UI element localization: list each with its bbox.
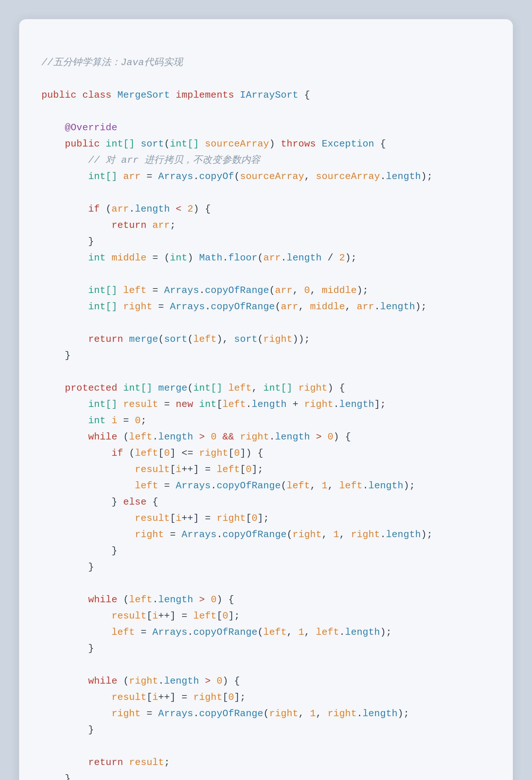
interface-iarraysort: IArraySort: [240, 90, 298, 101]
keyword-protected: protected: [65, 383, 117, 393]
type-int-array-right: int[]: [88, 301, 117, 312]
type-int-array-2: int[]: [170, 139, 199, 149]
keyword-else: else: [123, 497, 146, 507]
var-i: i: [112, 415, 117, 426]
type-int-array-3: int[]: [88, 171, 117, 182]
type-int-array: int[]: [106, 139, 135, 149]
brace-close-merge: }: [65, 773, 70, 780]
keyword-public: public: [42, 90, 76, 101]
comment-copy: // 对 arr 进行拷贝，不改变参数内容: [88, 155, 260, 166]
var-middle: middle: [112, 252, 147, 263]
keyword-class: class: [82, 90, 112, 101]
var-right: right: [123, 301, 153, 312]
class-arrays: Arrays: [158, 171, 193, 182]
var-left: left: [123, 285, 146, 296]
keyword-new: new: [176, 399, 193, 410]
method-copyof: copyOf: [199, 171, 234, 182]
param-sourcearray: sourceArray: [205, 139, 269, 149]
type-int-array-left: int[]: [88, 285, 117, 296]
var-arr: arr: [123, 171, 141, 182]
type-int-i: int: [88, 415, 106, 426]
keyword-return: return: [112, 220, 147, 231]
keyword-while-2: while: [88, 594, 117, 605]
method-merge: merge: [129, 334, 159, 345]
keyword-return-3: return: [88, 757, 123, 768]
keyword-if: if: [88, 204, 100, 214]
brace-close-sort: }: [65, 350, 70, 361]
keyword-public-2: public: [65, 139, 100, 149]
keyword-while-3: while: [88, 676, 117, 686]
annotation-override: @Override: [65, 122, 117, 133]
code-block: //五分钟学算法：Java代码实现 public class MergeSort…: [42, 38, 490, 780]
keyword-implements: implements: [176, 90, 234, 101]
class-exception: Exception: [322, 139, 374, 149]
method-merge-decl: merge: [158, 383, 188, 393]
type-int-array-merge: int[]: [123, 383, 153, 393]
keyword-while-1: while: [88, 432, 117, 442]
comment-header: //五分钟学算法：Java代码实现: [42, 57, 183, 68]
code-card: //五分钟学算法：Java代码实现 public class MergeSort…: [19, 19, 513, 780]
classname-mergesort: MergeSort: [117, 90, 170, 101]
type-int-array-result: int[]: [88, 399, 117, 410]
method-sort: sort: [141, 139, 164, 149]
type-int: int: [88, 252, 106, 263]
keyword-return-2: return: [88, 334, 123, 345]
var-result: result: [123, 399, 158, 410]
keyword-throws: throws: [281, 139, 316, 149]
keyword-if-2: if: [112, 448, 123, 458]
brace-open-class: {: [304, 90, 310, 101]
